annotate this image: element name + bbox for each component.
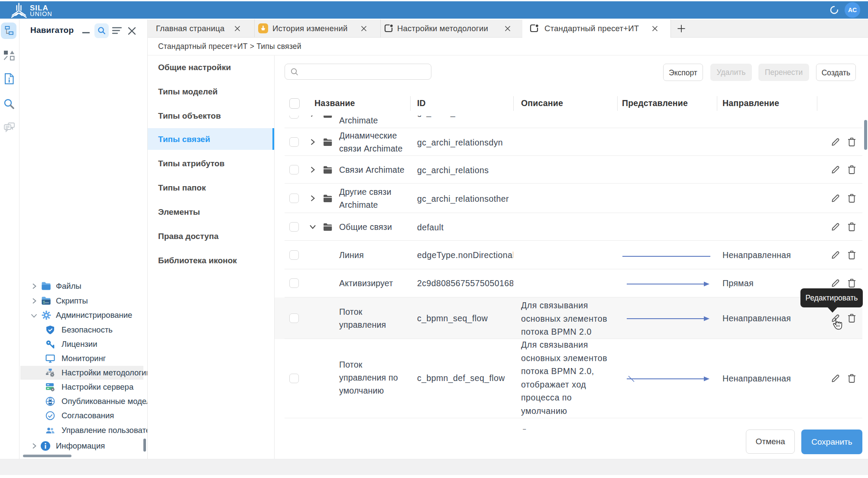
svg-text:$: $ [43, 300, 45, 304]
